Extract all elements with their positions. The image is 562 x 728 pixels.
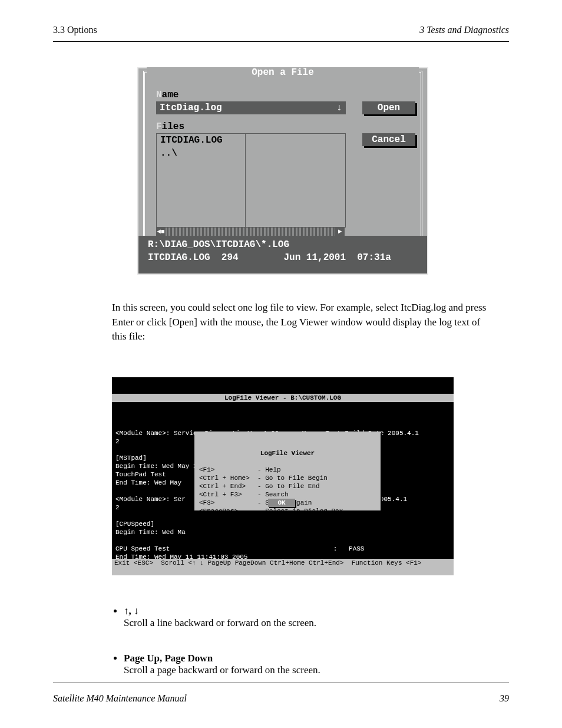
horizontal-scrollbar[interactable]: ◄■ ► — [156, 228, 345, 236]
rule-top — [53, 41, 509, 42]
help-popup-title: LogFile Viewer — [199, 449, 376, 457]
list-item: ↑, ↓ Scroll a line backward or forward o… — [124, 605, 491, 629]
list-item: Page Up, Page Down Scroll a page backwar… — [124, 653, 491, 676]
logviewer-title: LogFile Viewer - B:\CUSTOM.LOG — [112, 394, 454, 402]
footer-left: Satellite M40 Maintenance Manual — [53, 693, 187, 704]
scroll-right-icon[interactable]: ► — [335, 228, 345, 236]
help-popup: LogFile Viewer <F1> - Help <Ctrl + Home>… — [194, 431, 381, 510]
dialog-title: Open a File — [147, 67, 419, 78]
logviewer-statusbar: Display Log File ... 1/31 11:44:17 — [112, 567, 454, 575]
list-item[interactable]: ITCDIAG.LOG — [157, 134, 345, 147]
open-button[interactable]: Open — [362, 101, 415, 114]
name-dropdown-icon[interactable]: ↓ — [333, 101, 346, 114]
ok-button[interactable]: OK — [268, 499, 295, 507]
logviewer-hintbar: Exit <ESC> Scroll <↑ ↓ PageUp PageDown C… — [112, 559, 454, 567]
running-header-left: 3.3 Options — [53, 25, 97, 35]
running-header-right: 3 Tests and Diagnostics — [419, 25, 509, 35]
cancel-button[interactable]: Cancel — [362, 133, 415, 146]
open-file-dialog: [■] Open a File Name ItcDiag.log ↓ Open … — [138, 68, 427, 274]
logfile-viewer: LogFile Viewer - B:\CUSTOM.LOG <Module N… — [112, 377, 454, 575]
body-paragraph: In this screen, you could select one log… — [112, 301, 491, 344]
rule-bottom — [53, 683, 509, 683]
key-hints-list: ↑, ↓ Scroll a line backward or forward o… — [100, 594, 491, 700]
scroll-left-icon[interactable]: ◄■ — [156, 228, 166, 236]
name-label: Name — [156, 90, 178, 100]
footer-right: 39 — [500, 693, 509, 704]
dialog-statusbar: R:\DIAG_DOS\ITCDIAG\*.LOG ITCDIAG.LOG 29… — [138, 236, 427, 274]
files-label: Files — [156, 121, 184, 132]
files-listbox[interactable]: ITCDIAG.LOG ..\ — [156, 133, 346, 228]
name-input[interactable]: ItcDiag.log — [156, 101, 336, 114]
listbox-divider — [245, 134, 246, 227]
list-item[interactable]: ..\ — [157, 147, 345, 160]
